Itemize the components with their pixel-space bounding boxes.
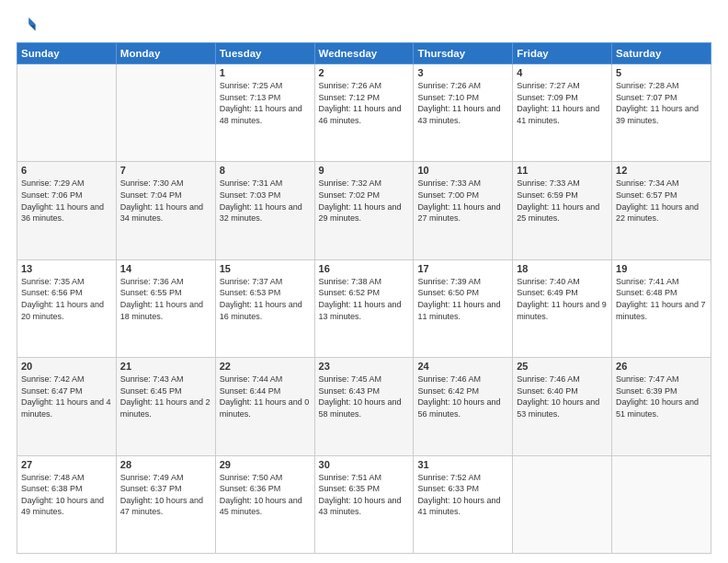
calendar-day-cell: 31Sunrise: 7:52 AM Sunset: 6:33 PM Dayli… bbox=[414, 455, 513, 553]
calendar-week-row: 20Sunrise: 7:42 AM Sunset: 6:47 PM Dayli… bbox=[17, 358, 711, 455]
day-number: 11 bbox=[517, 165, 608, 176]
calendar-table: SundayMondayTuesdayWednesdayThursdayFrid… bbox=[17, 42, 711, 554]
day-number: 31 bbox=[417, 459, 508, 470]
day-info: Sunrise: 7:37 AM Sunset: 6:53 PM Dayligh… bbox=[220, 276, 311, 322]
header bbox=[17, 17, 711, 35]
calendar-day-cell: 27Sunrise: 7:48 AM Sunset: 6:38 PM Dayli… bbox=[17, 455, 117, 553]
day-number: 6 bbox=[21, 165, 112, 176]
day-info: Sunrise: 7:52 AM Sunset: 6:33 PM Dayligh… bbox=[417, 472, 508, 518]
day-info: Sunrise: 7:38 AM Sunset: 6:52 PM Dayligh… bbox=[319, 276, 410, 322]
calendar-day-cell: 5Sunrise: 7:28 AM Sunset: 7:07 PM Daylig… bbox=[612, 64, 711, 162]
calendar-day-cell: 13Sunrise: 7:35 AM Sunset: 6:56 PM Dayli… bbox=[17, 259, 117, 357]
day-info: Sunrise: 7:34 AM Sunset: 6:57 PM Dayligh… bbox=[616, 178, 707, 224]
day-number: 15 bbox=[220, 263, 311, 274]
calendar-day-cell: 12Sunrise: 7:34 AM Sunset: 6:57 PM Dayli… bbox=[612, 162, 711, 259]
svg-marker-1 bbox=[28, 24, 35, 30]
day-number: 1 bbox=[220, 67, 311, 78]
calendar-day-cell: 26Sunrise: 7:47 AM Sunset: 6:39 PM Dayli… bbox=[612, 358, 711, 455]
calendar-day-cell: 2Sunrise: 7:26 AM Sunset: 7:12 PM Daylig… bbox=[314, 64, 414, 162]
calendar-day-cell: 24Sunrise: 7:46 AM Sunset: 6:42 PM Dayli… bbox=[414, 358, 513, 455]
weekday-row: SundayMondayTuesdayWednesdayThursdayFrid… bbox=[17, 43, 711, 64]
day-number: 3 bbox=[417, 67, 508, 78]
logo-icon bbox=[17, 15, 37, 35]
day-info: Sunrise: 7:46 AM Sunset: 6:42 PM Dayligh… bbox=[417, 373, 508, 419]
day-info: Sunrise: 7:33 AM Sunset: 7:00 PM Dayligh… bbox=[417, 178, 508, 224]
day-number: 16 bbox=[319, 263, 410, 274]
day-info: Sunrise: 7:33 AM Sunset: 6:59 PM Dayligh… bbox=[517, 178, 608, 224]
day-info: Sunrise: 7:30 AM Sunset: 7:04 PM Dayligh… bbox=[120, 178, 211, 224]
day-info: Sunrise: 7:29 AM Sunset: 7:06 PM Dayligh… bbox=[21, 178, 112, 224]
calendar-day-cell: 11Sunrise: 7:33 AM Sunset: 6:59 PM Dayli… bbox=[513, 162, 612, 259]
calendar-day-cell bbox=[513, 455, 612, 553]
calendar-header: SundayMondayTuesdayWednesdayThursdayFrid… bbox=[17, 43, 711, 64]
day-number: 24 bbox=[417, 361, 508, 372]
calendar-day-cell: 1Sunrise: 7:25 AM Sunset: 7:13 PM Daylig… bbox=[215, 64, 314, 162]
day-number: 5 bbox=[616, 67, 707, 78]
day-number: 30 bbox=[319, 459, 410, 470]
day-number: 19 bbox=[616, 263, 707, 274]
day-info: Sunrise: 7:28 AM Sunset: 7:07 PM Dayligh… bbox=[616, 80, 707, 126]
calendar-day-cell: 21Sunrise: 7:43 AM Sunset: 6:45 PM Dayli… bbox=[116, 358, 215, 455]
day-number: 9 bbox=[319, 165, 410, 176]
calendar-day-cell: 17Sunrise: 7:39 AM Sunset: 6:50 PM Dayli… bbox=[414, 259, 513, 357]
day-info: Sunrise: 7:41 AM Sunset: 6:48 PM Dayligh… bbox=[616, 276, 707, 322]
day-info: Sunrise: 7:51 AM Sunset: 6:35 PM Dayligh… bbox=[319, 472, 410, 518]
day-number: 10 bbox=[417, 165, 508, 176]
day-info: Sunrise: 7:39 AM Sunset: 6:50 PM Dayligh… bbox=[417, 276, 508, 322]
day-number: 22 bbox=[220, 361, 311, 372]
calendar-day-cell bbox=[612, 455, 711, 553]
calendar-day-cell: 22Sunrise: 7:44 AM Sunset: 6:44 PM Dayli… bbox=[215, 358, 314, 455]
day-number: 4 bbox=[517, 67, 608, 78]
day-number: 25 bbox=[517, 361, 608, 372]
calendar-day-cell: 18Sunrise: 7:40 AM Sunset: 6:49 PM Dayli… bbox=[513, 259, 612, 357]
day-number: 20 bbox=[21, 361, 112, 372]
page: SundayMondayTuesdayWednesdayThursdayFrid… bbox=[0, 0, 728, 563]
day-info: Sunrise: 7:44 AM Sunset: 6:44 PM Dayligh… bbox=[220, 373, 311, 419]
calendar-day-cell: 15Sunrise: 7:37 AM Sunset: 6:53 PM Dayli… bbox=[215, 259, 314, 357]
calendar-day-cell: 9Sunrise: 7:32 AM Sunset: 7:02 PM Daylig… bbox=[314, 162, 414, 259]
day-number: 23 bbox=[319, 361, 410, 372]
day-number: 18 bbox=[517, 263, 608, 274]
calendar-day-cell: 14Sunrise: 7:36 AM Sunset: 6:55 PM Dayli… bbox=[116, 259, 215, 357]
day-number: 28 bbox=[120, 459, 211, 470]
day-number: 26 bbox=[616, 361, 707, 372]
day-number: 21 bbox=[120, 361, 211, 372]
weekday-header: Thursday bbox=[414, 43, 513, 64]
day-info: Sunrise: 7:50 AM Sunset: 6:36 PM Dayligh… bbox=[220, 472, 311, 518]
day-info: Sunrise: 7:45 AM Sunset: 6:43 PM Dayligh… bbox=[319, 373, 410, 419]
calendar-day-cell: 6Sunrise: 7:29 AM Sunset: 7:06 PM Daylig… bbox=[17, 162, 117, 259]
day-info: Sunrise: 7:26 AM Sunset: 7:10 PM Dayligh… bbox=[417, 80, 508, 126]
calendar-day-cell: 19Sunrise: 7:41 AM Sunset: 6:48 PM Dayli… bbox=[612, 259, 711, 357]
svg-marker-0 bbox=[28, 17, 35, 24]
day-info: Sunrise: 7:40 AM Sunset: 6:49 PM Dayligh… bbox=[517, 276, 608, 322]
calendar-day-cell: 16Sunrise: 7:38 AM Sunset: 6:52 PM Dayli… bbox=[314, 259, 414, 357]
calendar-day-cell: 7Sunrise: 7:30 AM Sunset: 7:04 PM Daylig… bbox=[116, 162, 215, 259]
day-info: Sunrise: 7:47 AM Sunset: 6:39 PM Dayligh… bbox=[616, 373, 707, 419]
weekday-header: Monday bbox=[116, 43, 215, 64]
day-number: 7 bbox=[120, 165, 211, 176]
weekday-header: Tuesday bbox=[215, 43, 314, 64]
calendar-day-cell: 10Sunrise: 7:33 AM Sunset: 7:00 PM Dayli… bbox=[414, 162, 513, 259]
day-number: 12 bbox=[616, 165, 707, 176]
calendar-day-cell: 23Sunrise: 7:45 AM Sunset: 6:43 PM Dayli… bbox=[314, 358, 414, 455]
calendar-week-row: 1Sunrise: 7:25 AM Sunset: 7:13 PM Daylig… bbox=[17, 64, 711, 162]
day-info: Sunrise: 7:25 AM Sunset: 7:13 PM Dayligh… bbox=[220, 80, 311, 126]
day-number: 29 bbox=[220, 459, 311, 470]
day-info: Sunrise: 7:48 AM Sunset: 6:38 PM Dayligh… bbox=[21, 472, 112, 518]
calendar-day-cell bbox=[116, 64, 215, 162]
day-info: Sunrise: 7:46 AM Sunset: 6:40 PM Dayligh… bbox=[517, 373, 608, 419]
weekday-header: Friday bbox=[513, 43, 612, 64]
calendar-day-cell bbox=[17, 64, 117, 162]
day-info: Sunrise: 7:43 AM Sunset: 6:45 PM Dayligh… bbox=[120, 373, 211, 419]
day-number: 17 bbox=[417, 263, 508, 274]
calendar-day-cell: 8Sunrise: 7:31 AM Sunset: 7:03 PM Daylig… bbox=[215, 162, 314, 259]
weekday-header: Saturday bbox=[612, 43, 711, 64]
calendar-week-row: 13Sunrise: 7:35 AM Sunset: 6:56 PM Dayli… bbox=[17, 259, 711, 357]
calendar-day-cell: 4Sunrise: 7:27 AM Sunset: 7:09 PM Daylig… bbox=[513, 64, 612, 162]
calendar-day-cell: 29Sunrise: 7:50 AM Sunset: 6:36 PM Dayli… bbox=[215, 455, 314, 553]
day-info: Sunrise: 7:27 AM Sunset: 7:09 PM Dayligh… bbox=[517, 80, 608, 126]
calendar-day-cell: 30Sunrise: 7:51 AM Sunset: 6:35 PM Dayli… bbox=[314, 455, 414, 553]
day-info: Sunrise: 7:42 AM Sunset: 6:47 PM Dayligh… bbox=[21, 373, 112, 419]
day-number: 8 bbox=[220, 165, 311, 176]
day-number: 14 bbox=[120, 263, 211, 274]
